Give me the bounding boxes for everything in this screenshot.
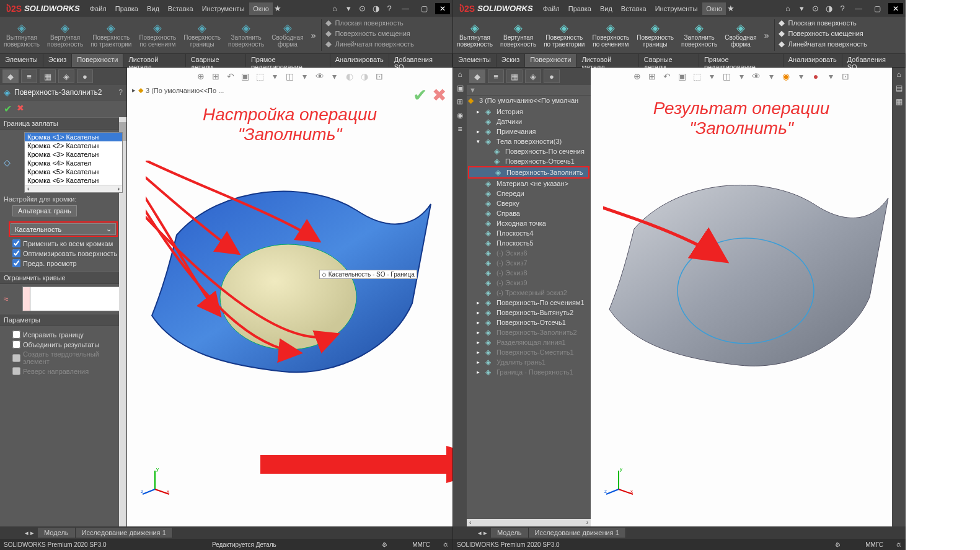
tab-motion[interactable]: Исследование движения 1 xyxy=(76,528,173,538)
ok-button[interactable]: ✔ xyxy=(4,103,12,115)
section-params[interactable]: Параметры xyxy=(0,314,126,326)
section-icon[interactable]: ▣ xyxy=(239,70,252,82)
tree-node[interactable]: ▸◈Поверхность-Заполнить2 xyxy=(468,327,589,337)
pm-tab-appear[interactable]: ◈ xyxy=(525,69,541,83)
maximize-button[interactable]: ▢ xyxy=(417,3,431,14)
ribbon-Вытянутая поверхность[interactable]: ◈Вытянутаяповерхность xyxy=(0,17,43,53)
section-icon[interactable]: ▣ xyxy=(676,70,688,82)
orient-icon[interactable]: ◫ xyxy=(284,70,296,82)
close-button[interactable]: ✕ xyxy=(888,3,903,14)
menu-Файл[interactable]: Файл xyxy=(86,2,110,15)
edge-item[interactable]: Кромка <2> Касательн xyxy=(25,141,122,150)
section-boundary[interactable]: Граница заплаты xyxy=(0,117,126,130)
edge-item[interactable]: Кромка <3> Касательн xyxy=(25,150,122,159)
zoom-area-icon[interactable]: ⊞ xyxy=(210,70,222,82)
tree-node[interactable]: ◈Сверху xyxy=(468,198,589,208)
apply-all-checkbox[interactable]: Применить ко всем кромкам xyxy=(12,239,123,247)
tree-node[interactable]: ▸◈Поверхность-Сместить1 xyxy=(468,347,589,357)
viewport-cancel-icon[interactable]: ✖ xyxy=(432,85,446,105)
ribbon-overflow[interactable]: » xyxy=(761,17,773,53)
reverse-checkbox[interactable]: Реверс направления xyxy=(12,367,123,375)
tab-Поверхности[interactable]: Поверхности xyxy=(525,54,576,67)
tree-node[interactable]: ▸◈Поверхность-По сечениям1 xyxy=(468,298,589,308)
cloud-icon[interactable]: ⊙ xyxy=(810,4,820,14)
layers-icon[interactable]: ≡ xyxy=(454,123,466,135)
edge-item[interactable]: Кромка <6> Касательн xyxy=(25,176,122,185)
maximize-button[interactable]: ▢ xyxy=(870,3,885,14)
tab-Эскиз[interactable]: Эскиз xyxy=(497,54,525,67)
screen-icon[interactable]: ⊡ xyxy=(373,70,386,82)
pm-tab-ball[interactable]: ● xyxy=(544,69,560,83)
tangency-combo[interactable]: Касательность⌄ xyxy=(11,223,116,235)
tab-Сварные детали[interactable]: Сварные детали xyxy=(639,54,699,67)
ribbon-overflow[interactable]: » xyxy=(307,17,320,53)
home-icon[interactable]: ⌂ xyxy=(454,69,466,80)
ribbon-Свободная форма[interactable]: ◈Свободнаяформа xyxy=(721,17,760,53)
tree-node[interactable]: ◈Исходная точка xyxy=(468,218,589,228)
folder-icon[interactable]: ▣ xyxy=(454,82,466,94)
doc-icon[interactable]: ▾ xyxy=(343,4,353,14)
tab-Прямое редактирование[interactable]: Прямое редактирование xyxy=(246,54,330,67)
help-icon[interactable]: ? xyxy=(837,4,847,14)
tree-root[interactable]: ◆ 3 (По умолчанию<<По умолчан xyxy=(467,95,591,105)
prev-view-icon[interactable]: ↶ xyxy=(224,70,237,82)
color-icon[interactable]: ◉ xyxy=(780,70,792,82)
preview-checkbox[interactable]: Предв. просмотр xyxy=(12,259,123,267)
menu-Вставка[interactable]: Вставка xyxy=(617,2,650,15)
tree-node[interactable]: ◈Плоскость4 xyxy=(468,228,589,238)
ribbon-Поверхность по сечениям[interactable]: ◈Поверхностьпо сечениям xyxy=(135,17,180,53)
menu-Окно[interactable]: Окно xyxy=(249,2,273,15)
tab-model[interactable]: Модель xyxy=(38,528,75,538)
tree-node[interactable]: ◈(-) Эскиз8 xyxy=(468,268,589,278)
tree-node[interactable]: ▸◈История xyxy=(468,107,589,117)
tree-node[interactable]: ◈Датчики xyxy=(468,117,589,126)
solid-checkbox[interactable]: Создать твердотельный элемент xyxy=(12,350,123,365)
tab-Поверхности[interactable]: Поверхности xyxy=(72,54,123,67)
tree-hscroll[interactable]: ‹› xyxy=(467,519,591,526)
ribbon-Поверхность границы[interactable]: ◈Поверхностьграницы xyxy=(180,17,224,53)
tree-node[interactable]: ▸◈Удалить грань1 xyxy=(468,357,589,367)
edge-item[interactable]: Кромка <4> Касател xyxy=(25,159,122,167)
pm-tab-feature[interactable]: ◆ xyxy=(469,69,485,83)
tree-node[interactable]: ◈Материал <не указан> xyxy=(468,179,589,189)
pm-tab-appear[interactable]: ◈ xyxy=(58,69,74,83)
breadcrumb[interactable]: ▸◆3 (По умолчанию<<По ... xyxy=(132,86,224,94)
tab-Листовой металл[interactable]: Листовой металл xyxy=(576,54,638,67)
tab-Добавления SO...[interactable]: Добавления SO... xyxy=(389,54,452,67)
cloud-icon[interactable]: ⊙ xyxy=(357,4,367,14)
close-button[interactable]: ✕ xyxy=(435,3,450,14)
eye-icon[interactable]: 👁 xyxy=(750,70,762,82)
tab-Элементы[interactable]: Элементы xyxy=(453,54,497,67)
minimize-button[interactable]: — xyxy=(398,3,413,14)
menu-Инструменты[interactable]: Инструменты xyxy=(651,2,702,15)
pm-tab-config[interactable]: ≡ xyxy=(21,69,37,83)
tab-Анализировать[interactable]: Анализировать xyxy=(784,54,842,67)
menu-Файл[interactable]: Файл xyxy=(539,2,563,15)
tab-Добавления SO...[interactable]: Добавления SO... xyxy=(842,54,906,67)
tab-Сварные детали[interactable]: Сварные детали xyxy=(186,54,246,67)
ribbon-Свободная форма[interactable]: ◈Свободнаяформа xyxy=(268,17,307,53)
tab-Элементы[interactable]: Элементы xyxy=(0,54,43,67)
tree-node[interactable]: ◈(-) Эскиз7 xyxy=(468,258,589,268)
pm-tab-ball[interactable]: ● xyxy=(77,69,93,83)
ribbon-Заполнить поверхность[interactable]: ◈Заполнитьповерхность xyxy=(224,17,268,53)
tree-node[interactable]: ▸◈Поверхность-Вытянуть2 xyxy=(468,308,589,317)
ribbon-Плоская поверхность[interactable]: ◆Плоская поверхность xyxy=(325,18,426,27)
help-icon[interactable]: ? xyxy=(118,88,123,97)
ribbon-Вытянутая поверхность[interactable]: ◈Вытянутаяповерхность xyxy=(453,17,497,53)
help-icon[interactable]: ? xyxy=(384,4,394,14)
menu-Правка[interactable]: Правка xyxy=(565,2,595,15)
cancel-button[interactable]: ✖ xyxy=(17,103,24,115)
tree-node[interactable]: ◈(-) Трехмерный эскиз2 xyxy=(468,288,589,298)
viewport-ok-icon[interactable]: ✔ xyxy=(413,85,427,105)
sheet-icon[interactable]: ▦ xyxy=(893,96,904,107)
home-icon[interactable]: ⌂ xyxy=(783,4,793,14)
tree-node[interactable]: ▸◈Разделяющая линия1 xyxy=(468,337,589,347)
ribbon-Поверхность по траектории[interactable]: ◈Поверхностьпо траектории xyxy=(540,17,588,53)
menu-Окно[interactable]: Окно xyxy=(702,2,726,15)
tab-motion[interactable]: Исследование движения 1 xyxy=(529,528,626,538)
ribbon-Поверхность смещения[interactable]: ◆Поверхность смещения xyxy=(325,29,426,38)
merge-checkbox[interactable]: Объединить результаты xyxy=(12,340,123,348)
zoom-fit-icon[interactable]: ⊕ xyxy=(195,70,207,82)
edges-listbox[interactable]: Кромка <1> КасательнКромка <2> Касательн… xyxy=(24,132,123,193)
